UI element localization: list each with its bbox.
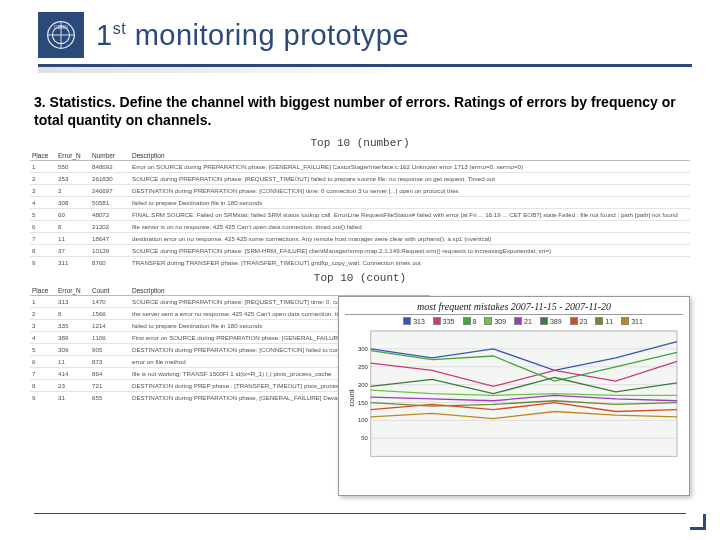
- section2-title: Top 10 (count): [0, 272, 720, 284]
- legend-label: 335: [443, 318, 455, 325]
- legend-swatch-icon: [463, 317, 471, 325]
- chart-legend: 3133358309213892311311: [363, 317, 683, 325]
- col-error: Error_N: [56, 151, 90, 161]
- table-row: 430850581failed to prepare Destination f…: [30, 197, 690, 209]
- title-pre: 1: [96, 19, 113, 51]
- legend-swatch-icon: [595, 317, 603, 325]
- corner-decoration-icon: [690, 514, 706, 530]
- chart-title: most frequent mistakes 2007-11-15 - 2007…: [345, 301, 683, 315]
- svg-text:300: 300: [358, 346, 369, 352]
- legend-label: 309: [494, 318, 506, 325]
- legend-label: 11: [605, 318, 613, 325]
- legend-swatch-icon: [484, 317, 492, 325]
- legend-item: 21: [514, 317, 532, 325]
- title-superscript: st: [113, 20, 126, 37]
- chart-plot: count 50100150200250300: [345, 327, 683, 469]
- slide-header: CERN 1st monitoring prototype: [0, 0, 720, 58]
- legend-swatch-icon: [433, 317, 441, 325]
- legend-swatch-icon: [621, 317, 629, 325]
- table-row: 33246697DESTINATION during PREPARATION p…: [30, 185, 690, 197]
- legend-item: 311: [621, 317, 643, 325]
- section1-title: Top 10 (number): [0, 137, 720, 149]
- legend-item: 309: [484, 317, 506, 325]
- legend-label: 23: [580, 318, 588, 325]
- table-row: 93118760TRANSFER during TRANSFER phase: …: [30, 257, 690, 269]
- legend-swatch-icon: [403, 317, 411, 325]
- col-desc: Description: [130, 151, 690, 161]
- table-row: 2253261830SOURCE during PREPARATION phas…: [30, 173, 690, 185]
- legend-label: 311: [631, 318, 643, 325]
- legend-swatch-icon: [514, 317, 522, 325]
- col-error: Error_N: [56, 286, 90, 296]
- cern-logo-icon: CERN: [38, 12, 84, 58]
- page-title: 1st monitoring prototype: [96, 19, 409, 52]
- top10-number-table: Place Error_N Number Description 1550848…: [30, 151, 690, 268]
- col-desc: Description: [130, 286, 430, 296]
- title-post: monitoring prototype: [126, 19, 409, 51]
- table-row: 1550848692Error on SOURCE during PREPARA…: [30, 161, 690, 173]
- col-place: Place: [30, 286, 56, 296]
- title-shadow: [38, 67, 390, 73]
- legend-item: 313: [403, 317, 425, 325]
- svg-text:200: 200: [358, 382, 369, 388]
- legend-item: 335: [433, 317, 455, 325]
- table-row: 71118647destination error on no response…: [30, 233, 690, 245]
- col-place: Place: [30, 151, 56, 161]
- legend-swatch-icon: [570, 317, 578, 325]
- legend-label: 8: [473, 318, 477, 325]
- chart-panel: most frequent mistakes 2007-11-15 - 2007…: [338, 296, 690, 496]
- description-text: 3. Statistics. Define the channel with b…: [34, 93, 686, 129]
- svg-text:250: 250: [358, 364, 369, 370]
- svg-text:150: 150: [358, 400, 369, 406]
- svg-text:100: 100: [358, 417, 369, 423]
- legend-label: 389: [550, 318, 562, 325]
- legend-item: 389: [540, 317, 562, 325]
- table-row: 56048072FINAL:SRM SOURCE: Failed on SRMs…: [30, 209, 690, 221]
- legend-swatch-icon: [540, 317, 548, 325]
- table-row: 6821202file server is on no response: 42…: [30, 221, 690, 233]
- legend-item: 8: [463, 317, 477, 325]
- legend-item: 23: [570, 317, 588, 325]
- legend-label: 313: [413, 318, 425, 325]
- svg-text:50: 50: [361, 435, 368, 441]
- col-number: Number: [90, 151, 130, 161]
- svg-rect-5: [371, 331, 677, 456]
- col-count: Count: [90, 286, 130, 296]
- legend-item: 11: [595, 317, 613, 325]
- legend-label: 21: [524, 318, 532, 325]
- footer-line: [34, 513, 686, 514]
- svg-text:CERN: CERN: [54, 25, 68, 30]
- table-row: 83710139SOURCE during PREPARATION phase:…: [30, 245, 690, 257]
